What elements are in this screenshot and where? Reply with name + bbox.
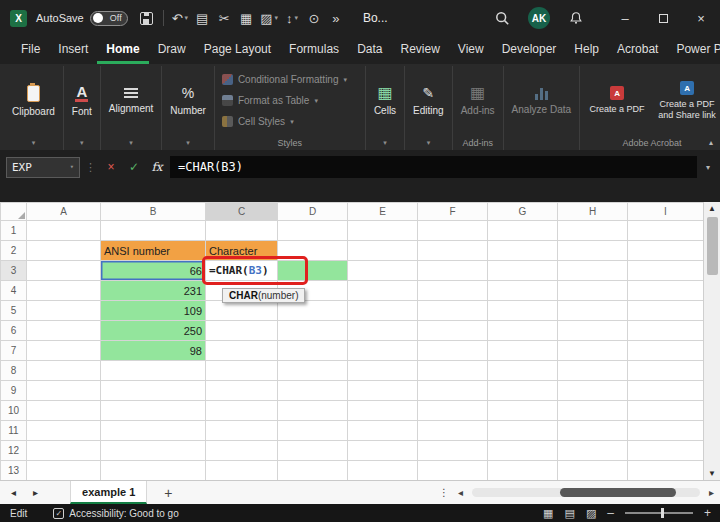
alignment-button[interactable]: Alignment (104, 86, 158, 116)
cell-d9[interactable] (278, 381, 348, 401)
zoom-in-button[interactable]: + (704, 507, 711, 519)
tab-insert[interactable]: Insert (49, 36, 97, 64)
cell-g6[interactable] (488, 321, 558, 341)
paste-button[interactable]: ▤ (191, 5, 213, 31)
save-button[interactable] (136, 5, 158, 31)
cell-a11[interactable] (27, 421, 101, 441)
cut-button[interactable]: ✂ (213, 5, 235, 31)
add-sheet-button[interactable]: + (164, 485, 172, 501)
tab-file[interactable]: File (12, 36, 49, 64)
tab-options-icon[interactable]: ⋮ (439, 487, 449, 498)
cell-a4[interactable] (27, 281, 101, 301)
cell-a8[interactable] (27, 361, 101, 381)
format-as-table-button[interactable]: Format as Table ▾ (218, 91, 362, 110)
cell-i9[interactable] (628, 381, 704, 401)
search-button[interactable] (491, 5, 513, 31)
cell-c9[interactable] (206, 381, 278, 401)
cell-i2[interactable] (628, 241, 704, 261)
excel-app-icon[interactable]: X (10, 10, 27, 27)
cell-b2[interactable]: ANSI number (101, 241, 206, 261)
chevron-down-icon[interactable]: ▾ (32, 139, 36, 147)
tab-developer[interactable]: Developer (493, 36, 566, 64)
col-header-i[interactable]: I (628, 203, 704, 221)
cell-h3[interactable] (558, 261, 628, 281)
cell-b12[interactable] (101, 441, 206, 461)
col-header-h[interactable]: H (558, 203, 628, 221)
cell-b11[interactable] (101, 421, 206, 441)
formula-input[interactable]: =CHAR(B3) (170, 156, 697, 178)
cell-e7[interactable] (348, 341, 418, 361)
hscroll-left-icon[interactable]: ◂ (458, 487, 463, 498)
cell-h2[interactable] (558, 241, 628, 261)
sort-filter-button[interactable]: ↕▾ (281, 5, 303, 31)
cell-i1[interactable] (628, 221, 704, 241)
autosave-control[interactable]: AutoSave Off (36, 11, 128, 26)
cell-a13[interactable] (27, 461, 101, 481)
cell-h4[interactable] (558, 281, 628, 301)
tab-formulas[interactable]: Formulas (280, 36, 348, 64)
cell-a12[interactable] (27, 441, 101, 461)
cell-i12[interactable] (628, 441, 704, 461)
cell-d2[interactable] (278, 241, 348, 261)
cell-a1[interactable] (27, 221, 101, 241)
cell-f9[interactable] (418, 381, 488, 401)
collapse-ribbon-icon[interactable]: ▴ (709, 138, 713, 147)
cell-g1[interactable] (488, 221, 558, 241)
cell-g2[interactable] (488, 241, 558, 261)
horizontal-scrollbar[interactable] (472, 488, 700, 497)
minimize-button[interactable]: – (606, 0, 644, 36)
chevron-down-icon[interactable]: ▾ (186, 139, 190, 147)
col-header-e[interactable]: E (348, 203, 418, 221)
cell-e1[interactable] (348, 221, 418, 241)
normal-view-button[interactable]: ▦ (543, 507, 553, 520)
page-layout-view-button[interactable]: ▤ (564, 507, 574, 520)
vertical-scrollbar[interactable]: ▲ ▼ (703, 202, 720, 480)
cell-b13[interactable] (101, 461, 206, 481)
cell-d12[interactable] (278, 441, 348, 461)
cell-e3[interactable] (348, 261, 418, 281)
tab-draw[interactable]: Draw (149, 36, 195, 64)
cell-c1[interactable] (206, 221, 278, 241)
name-box[interactable]: EXP ▾ (6, 157, 80, 178)
fill-color-button[interactable]: ▨▾ (257, 5, 281, 31)
cell-f10[interactable] (418, 401, 488, 421)
cell-b5[interactable]: 109 (101, 301, 206, 321)
cell-b6[interactable]: 250 (101, 321, 206, 341)
row-header-8[interactable]: 8 (1, 361, 27, 381)
tab-home[interactable]: Home (97, 36, 148, 64)
cell-b7[interactable]: 98 (101, 341, 206, 361)
cell-b1[interactable] (101, 221, 206, 241)
sheet-tab-example-1[interactable]: example 1 (70, 481, 147, 504)
cancel-entry-button[interactable]: × (101, 157, 121, 177)
cell-h10[interactable] (558, 401, 628, 421)
cell-b4[interactable]: 231 (101, 281, 206, 301)
cell-e5[interactable] (348, 301, 418, 321)
cell-c13[interactable] (206, 461, 278, 481)
row-header-13[interactable]: 13 (1, 461, 27, 481)
cell-b8[interactable] (101, 361, 206, 381)
cell-h9[interactable] (558, 381, 628, 401)
cell-c2[interactable]: Character (206, 241, 278, 261)
add-ins-button[interactable]: ▦ Add-ins (456, 83, 500, 118)
cell-c5[interactable] (206, 301, 278, 321)
row-header-5[interactable]: 5 (1, 301, 27, 321)
previous-sheet-icon[interactable]: ◂ (11, 487, 16, 498)
tab-help[interactable]: Help (565, 36, 608, 64)
row-header-9[interactable]: 9 (1, 381, 27, 401)
number-button[interactable]: % Number (165, 83, 211, 118)
col-header-a[interactable]: A (27, 203, 101, 221)
col-header-f[interactable]: F (418, 203, 488, 221)
cell-e4[interactable] (348, 281, 418, 301)
cell-i8[interactable] (628, 361, 704, 381)
cell-i7[interactable] (628, 341, 704, 361)
cell-i3[interactable] (628, 261, 704, 281)
row-header-11[interactable]: 11 (1, 421, 27, 441)
create-pdf-button[interactable]: A Create a PDF (583, 84, 651, 116)
pin-button[interactable]: ⊙ (303, 5, 325, 31)
cell-g12[interactable] (488, 441, 558, 461)
cell-e11[interactable] (348, 421, 418, 441)
avatar[interactable]: AK (528, 7, 550, 29)
cell-d3[interactable] (278, 261, 348, 281)
cell-f1[interactable] (418, 221, 488, 241)
tab-page-layout[interactable]: Page Layout (195, 36, 280, 64)
